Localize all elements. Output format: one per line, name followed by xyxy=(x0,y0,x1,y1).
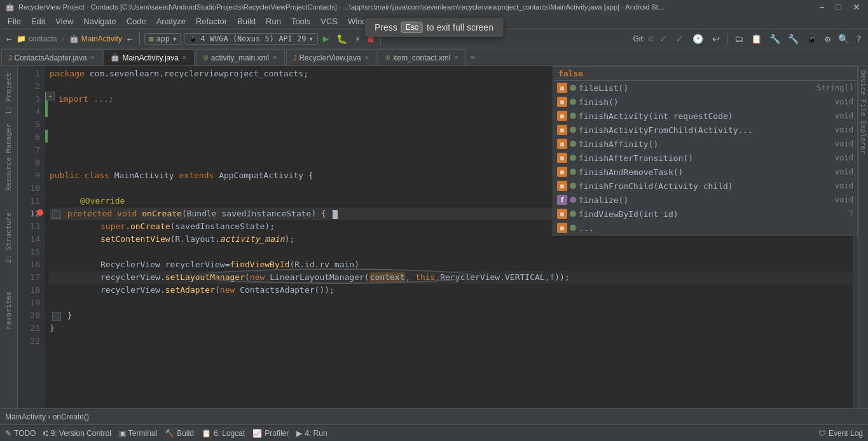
tab-close-4[interactable]: × xyxy=(364,54,370,61)
line-num-14: 14 xyxy=(18,233,40,246)
breakpoint-line12[interactable] xyxy=(36,206,45,219)
help-button[interactable]: ? xyxy=(854,32,864,45)
back-button[interactable]: ← xyxy=(4,32,14,45)
sidebar-item-project[interactable]: 1: Project xyxy=(3,69,14,118)
ac-item-finish[interactable]: m finish() void xyxy=(553,95,857,109)
search-button[interactable]: 🔍 xyxy=(836,32,851,45)
menu-edit[interactable]: Edit xyxy=(26,15,50,27)
ac-item-finishandremovetask[interactable]: m finishAndRemoveTask() void xyxy=(553,165,857,179)
sidebar-item-device-explorer[interactable]: Device File Explorer xyxy=(858,66,868,158)
bottom-todo[interactable]: ✎ TODO xyxy=(5,429,36,438)
tab-close-3[interactable]: × xyxy=(272,54,278,61)
ac-item-finalize[interactable]: f finalize() void xyxy=(553,193,857,207)
ac-item-finishaffinity[interactable]: m finishAffinity() void xyxy=(553,137,857,151)
structure-button[interactable]: 🗂 xyxy=(732,32,746,45)
title-bar-left: 🤖 RecyclerView Project - Contacts [C:\Us… xyxy=(5,3,664,11)
git-history-button[interactable]: 🕐 xyxy=(690,32,706,45)
nav-back-button[interactable]: ← xyxy=(125,32,135,45)
tab-icon-java-2: 🤖 xyxy=(111,53,120,62)
ac-type-9: void xyxy=(835,195,853,204)
tab-item-contact-xml[interactable]: ⊕ item_contact.xml × xyxy=(378,49,466,66)
tab-close-5[interactable]: × xyxy=(453,54,459,61)
tab-recyclerview-java[interactable]: J RecyclerView.java × xyxy=(286,49,377,66)
menu-tools[interactable]: Tools xyxy=(286,15,315,27)
tabs-more[interactable]: » xyxy=(470,52,475,62)
tab-label-main-activity: MainActivity.java xyxy=(122,53,178,62)
ac-name-5: finishAffinity() xyxy=(579,139,832,149)
line-num-2: 2 xyxy=(18,80,40,93)
sidebar-item-resource[interactable]: Resource Manager xyxy=(3,120,14,195)
line-num-8: 8 xyxy=(18,157,40,169)
line-num-11: 11 xyxy=(18,195,40,207)
device-dropdown[interactable]: 📱 4 WVGA (Nexus 5) API 29 ▾ xyxy=(184,33,317,45)
ac-icon-m-8: m xyxy=(557,181,567,191)
sidebar-item-structure[interactable]: 2: Structure xyxy=(3,209,14,267)
tab-close-2[interactable]: × xyxy=(181,54,188,61)
ac-dot-3 xyxy=(570,113,576,119)
tab-contacts-adapter[interactable]: J ContactsAdapter.java × xyxy=(1,49,102,66)
ac-item-finishfromchild[interactable]: m finishFromChild(Activity child) void xyxy=(553,179,857,193)
menu-vcs[interactable]: VCS xyxy=(315,15,343,27)
git-undo-button[interactable]: ↩ xyxy=(710,32,722,45)
close-button[interactable]: ✕ xyxy=(850,2,863,12)
maximize-button[interactable]: □ xyxy=(834,2,844,12)
title-text: RecyclerView Project - Contacts [C:\User… xyxy=(18,3,664,11)
bottom-event-log[interactable]: 🛡 Event Log xyxy=(818,429,863,438)
tab-activity-main-xml[interactable]: ⊕ activity_main.xml × xyxy=(196,49,285,66)
ac-item-findviewbyid[interactable]: m findViewById(int id) T xyxy=(553,207,857,221)
ac-item-finishaftertransition[interactable]: m finishAfterTransition() void xyxy=(553,151,857,165)
ac-icon-m-10: m xyxy=(557,209,567,219)
profile-button[interactable]: ⚡ xyxy=(352,32,362,45)
code-line-16: RecyclerView recyclerView=findViewById(R… xyxy=(50,258,853,271)
fullscreen-press: Press xyxy=(375,22,397,32)
bottom-build[interactable]: 🔨 Build xyxy=(165,429,194,438)
menu-view[interactable]: View xyxy=(50,15,78,27)
ac-item-filelist[interactable]: m fileList() String[] xyxy=(553,81,857,95)
profiler-icon: 📈 xyxy=(252,429,262,438)
menu-refactor[interactable]: Refactor xyxy=(191,15,232,27)
autocomplete-dropdown[interactable]: false m fileList() String[] m finish() v… xyxy=(553,66,858,235)
bottom-terminal[interactable]: ▣ Terminal xyxy=(119,429,157,438)
git-section: Git: ⑆ ✓ ✓ 🕐 ↩ xyxy=(633,32,722,45)
tab-close-1[interactable]: × xyxy=(90,54,96,61)
breadcrumb-project[interactable]: 📁 contacts xyxy=(17,34,57,43)
git-accept-button[interactable]: ✓ xyxy=(673,32,686,45)
menu-build[interactable]: Build xyxy=(232,15,261,27)
bottom-run[interactable]: ▶ 4: Run xyxy=(296,429,327,438)
more-actions-button[interactable]: 🔧 xyxy=(767,32,783,45)
event-log-icon: 🛡 xyxy=(818,429,826,438)
avd-manager-button[interactable]: 📱 xyxy=(804,32,820,45)
menu-run[interactable]: Run xyxy=(261,15,286,27)
bottom-version-control[interactable]: ⑆ 9: Version Control xyxy=(43,429,111,438)
ac-item-finishactivityfromchild[interactable]: m finishActivityFromChild(Activity... vo… xyxy=(553,123,857,137)
menu-code[interactable]: Code xyxy=(121,15,151,27)
git-check-button[interactable]: ✓ xyxy=(657,32,670,45)
ac-item-more[interactable]: m ... xyxy=(553,221,857,235)
sidebar-item-favorites[interactable]: Favorites xyxy=(3,288,14,333)
editor-area[interactable]: 1 2 3 4 5 6 7 8 9 10 11 12 13 14 15 16 1… xyxy=(18,66,858,408)
ac-item-finishactivity[interactable]: m finishActivity(int requestCode) void xyxy=(553,109,857,123)
collapse-icon-3[interactable]: + xyxy=(46,92,55,101)
ac-icon-m-11: m xyxy=(557,223,567,233)
breadcrumb-class[interactable]: MainActivity xyxy=(81,34,122,43)
git-icon: ⑆ xyxy=(649,34,653,43)
ac-type-1: String[] xyxy=(816,83,853,92)
tab-label-contacts-adapter: ContactsAdapter.java xyxy=(15,53,87,62)
menu-navigate[interactable]: Navigate xyxy=(78,15,121,27)
menu-file[interactable]: File xyxy=(3,15,26,27)
run-button[interactable]: ▶ xyxy=(320,31,332,46)
minimize-button[interactable]: − xyxy=(816,2,827,12)
bottom-logcat[interactable]: 📋 6: Logcat xyxy=(202,429,245,438)
sdk-manager-button[interactable]: 🔧 xyxy=(785,32,801,45)
ac-type-3: void xyxy=(835,111,853,120)
tab-main-activity[interactable]: 🤖 MainActivity.java × xyxy=(104,49,194,66)
debug-button[interactable]: 🐛 xyxy=(334,32,350,45)
menu-analyze[interactable]: Analyze xyxy=(151,15,191,27)
title-bar-controls: − □ ✕ xyxy=(816,2,863,12)
app-dropdown[interactable]: ■ app ▾ xyxy=(144,33,181,45)
fullscreen-notice: Press Esc to exit full screen xyxy=(364,18,504,37)
tab-label-item-contact: item_contact.xml xyxy=(393,53,450,62)
bottom-profiler[interactable]: 📈 Profiler xyxy=(252,429,289,438)
recent-files-button[interactable]: 📋 xyxy=(748,32,764,45)
settings-button[interactable]: ⚙ xyxy=(822,32,832,45)
